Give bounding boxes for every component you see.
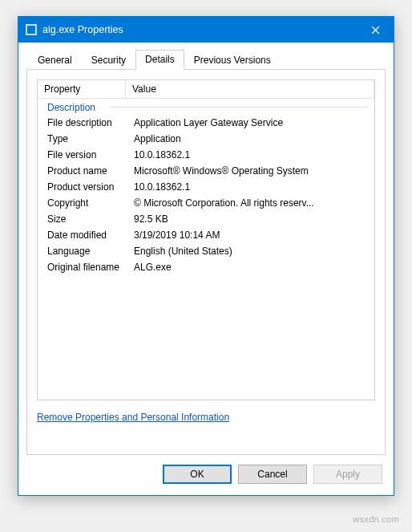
- row-language[interactable]: Language English (United States): [38, 243, 374, 259]
- row-file-description[interactable]: File description Application Layer Gatew…: [38, 115, 374, 131]
- svg-rect-0: [26, 25, 36, 35]
- details-listview[interactable]: Property Value Description File descript…: [37, 79, 375, 400]
- row-product-name[interactable]: Product name Microsoft® Windows® Operati…: [38, 163, 374, 179]
- prop-value: Application: [134, 132, 374, 146]
- prop-value: 92.5 KB: [134, 212, 374, 226]
- prop-label: Original filename: [47, 260, 134, 274]
- row-original-filename[interactable]: Original filename ALG.exe: [38, 259, 374, 275]
- prop-value: 10.0.18362.1: [134, 148, 374, 162]
- prop-value: Microsoft® Windows® Operating System: [134, 164, 374, 178]
- column-value[interactable]: Value: [126, 80, 374, 98]
- row-product-version[interactable]: Product version 10.0.18362.1: [38, 179, 374, 195]
- listview-body: Description File description Application…: [38, 99, 374, 278]
- watermark: wsxdn.com: [353, 514, 399, 524]
- tab-previous-versions[interactable]: Previous Versions: [184, 51, 281, 70]
- prop-value: © Microsoft Corporation. All rights rese…: [134, 196, 374, 210]
- apply-button[interactable]: Apply: [313, 465, 382, 484]
- tab-details[interactable]: Details: [135, 50, 184, 70]
- prop-label: File description: [47, 116, 134, 130]
- prop-value: 10.0.18362.1: [134, 180, 374, 194]
- row-file-version[interactable]: File version 10.0.18362.1: [38, 147, 374, 163]
- tab-general[interactable]: General: [28, 51, 82, 70]
- ok-button[interactable]: OK: [163, 465, 232, 484]
- dialog-buttons: OK Cancel Apply: [26, 455, 386, 485]
- listview-header: Property Value: [38, 80, 374, 99]
- column-property[interactable]: Property: [38, 80, 126, 98]
- prop-value: English (United States): [134, 244, 374, 258]
- prop-label: Copyright: [47, 196, 134, 210]
- prop-value: Application Layer Gateway Service: [134, 116, 374, 130]
- prop-label: Size: [47, 212, 134, 226]
- prop-label: File version: [47, 148, 134, 162]
- client-area: General Security Details Previous Versio…: [18, 43, 394, 495]
- row-type[interactable]: Type Application: [38, 131, 374, 147]
- tab-strip: General Security Details Previous Versio…: [26, 49, 386, 70]
- row-size[interactable]: Size 92.5 KB: [38, 211, 374, 227]
- properties-window: alg.exe Properties General Security Deta…: [18, 16, 394, 496]
- close-icon: [371, 26, 380, 35]
- group-description[interactable]: Description: [38, 99, 374, 115]
- tab-body-details: Property Value Description File descript…: [26, 70, 386, 455]
- row-copyright[interactable]: Copyright © Microsoft Corporation. All r…: [38, 195, 374, 211]
- prop-label: Type: [47, 132, 134, 146]
- remove-properties-link[interactable]: Remove Properties and Personal Informati…: [37, 412, 229, 423]
- prop-label: Product version: [47, 180, 134, 194]
- close-button[interactable]: [357, 17, 394, 43]
- window-title: alg.exe Properties: [42, 24, 357, 35]
- prop-value: 3/19/2019 10:14 AM: [134, 228, 374, 242]
- titlebar: alg.exe Properties: [18, 17, 394, 43]
- prop-value: ALG.exe: [134, 260, 374, 274]
- app-icon: [25, 23, 38, 36]
- cancel-button[interactable]: Cancel: [238, 465, 307, 484]
- prop-label: Product name: [47, 164, 134, 178]
- prop-label: Date modified: [47, 228, 134, 242]
- tab-security[interactable]: Security: [82, 51, 135, 70]
- row-date-modified[interactable]: Date modified 3/19/2019 10:14 AM: [38, 227, 374, 243]
- prop-label: Language: [47, 244, 134, 258]
